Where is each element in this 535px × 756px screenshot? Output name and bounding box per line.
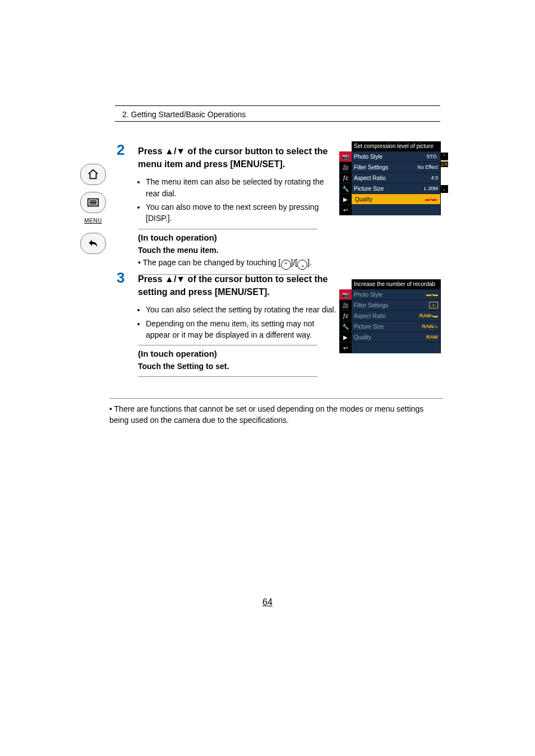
menu-row: Photo StyleSTD. (352, 151, 440, 162)
menu-row: QualityRAW (352, 332, 440, 343)
text: Press (138, 146, 165, 156)
touch-op-heading: (In touch operation) (138, 233, 337, 242)
menu-row: Aspect RatioRAW▪▬ (352, 311, 440, 321)
scroll-down-icon: ⌄ (440, 185, 448, 193)
bullet: Depending on the menu item, its setting … (146, 318, 337, 341)
menu-tabs: 📷 🎥 ƒc 🔧 ▶ ↩ (339, 151, 352, 215)
menu-hint: Set compression level of picture (352, 141, 440, 151)
footnote-text: • There are functions that cannot be set… (109, 404, 423, 425)
scroll-up-icon: ⌃ (440, 153, 448, 160)
menu-list: Photo Style▬▪▬ Filter Settings.▪. Aspect… (352, 289, 440, 353)
camera-menu-screenshot-2: Increase the number of recordab 📷 🎥 ƒc 🔧… (339, 279, 441, 353)
list-icon[interactable] (80, 192, 106, 213)
arrow-glyphs: ▲/▼ (165, 274, 185, 284)
touch-note: • The page can be changed by touching [⌃… (138, 258, 337, 270)
menu-page-indicator: 1/8 (440, 162, 448, 167)
nav-sidebar: MENU (79, 164, 107, 254)
menu-row: Filter SettingsNo Effect (352, 162, 440, 173)
quality-fine-icon: ▬▪▬ (426, 292, 438, 297)
step-2-title: Press ▲/▼ of the cursor button to select… (138, 145, 337, 170)
bullet: You can also move to the next screen by … (146, 201, 337, 224)
playback-tab-icon: ▶ (339, 194, 352, 205)
menu-row: Aspect Ratio4:3 (352, 173, 440, 183)
header-rule (115, 105, 440, 106)
menu-list: Photo StyleSTD. Filter SettingsNo Effect… (352, 151, 440, 215)
footnote: • There are functions that cannot be set… (109, 398, 443, 426)
touch-op-heading: (In touch operation) (138, 349, 337, 358)
motion-tab-icon: 🎥 (339, 162, 352, 173)
back-icon[interactable] (80, 233, 106, 254)
rec-tab-icon: 📷 (339, 151, 352, 162)
touch-instruction: Touch the Setting to set. (138, 362, 337, 371)
rule (138, 345, 317, 345)
return-icon: ↩ (339, 343, 352, 353)
text: Press (138, 274, 165, 284)
arrow-glyphs: ▲/▼ (165, 146, 185, 156)
rule (109, 398, 443, 399)
down-chevron-icon: ⌄ (297, 260, 307, 270)
rule (138, 229, 317, 229)
menu-row: Photo Style▬▪▬ (352, 289, 440, 300)
bullet: The menu item can also be selected by ro… (146, 176, 337, 199)
text: ]. (307, 258, 312, 267)
quality-icon: ▬▪▬ (425, 196, 437, 202)
custom-tab-icon: ƒc (339, 311, 352, 321)
menu-row: Picture SizeRAW.▪. (352, 321, 440, 332)
menu-tabs: 📷 🎥 ƒc 🔧 ▶ ↩ (339, 289, 352, 353)
section-header: 2. Getting Started/Basic Operations (122, 110, 246, 119)
menu-nav-label[interactable]: MENU (84, 218, 102, 224)
rec-tab-icon: 📷 (339, 289, 352, 300)
quality-std-icon: .▪. (429, 302, 438, 308)
rule (138, 376, 317, 377)
home-icon[interactable] (80, 164, 106, 185)
text: ]/[ (291, 258, 298, 267)
menu-row: Picture SizeL 20M (352, 183, 440, 194)
step-2-bullets: The menu item can also be selected by ro… (138, 176, 337, 224)
step-number: 3 (117, 269, 124, 287)
custom-tab-icon: ƒc (339, 173, 352, 183)
step-number: 2 (117, 141, 124, 159)
menu-row: Filter Settings.▪. (352, 300, 440, 311)
menu-row-selected: Quality▬▪▬ (352, 194, 440, 204)
motion-tab-icon: 🎥 (339, 300, 352, 311)
step-3-bullets: You can also select the setting by rotat… (138, 304, 337, 340)
header-rule (115, 121, 440, 122)
bullet: You can also select the setting by rotat… (146, 304, 337, 315)
touch-instruction: Touch the menu item. (138, 246, 337, 255)
text: • The page can be changed by touching [ (138, 258, 281, 267)
document-page: 2. Getting Started/Basic Operations MENU… (0, 0, 535, 756)
camera-menu-screenshot-1: Set compression level of picture 📷 🎥 ƒc … (339, 141, 441, 215)
menu-hint: Increase the number of recordab (352, 279, 440, 289)
setup-tab-icon: 🔧 (339, 183, 352, 194)
playback-tab-icon: ▶ (339, 332, 352, 343)
up-chevron-icon: ⌃ (281, 260, 291, 270)
step-3-title: Press ▲/▼ of the cursor button to select… (138, 273, 337, 298)
setup-tab-icon: 🔧 (339, 321, 352, 332)
return-icon: ↩ (339, 205, 352, 215)
page-number[interactable]: 64 (0, 597, 535, 607)
